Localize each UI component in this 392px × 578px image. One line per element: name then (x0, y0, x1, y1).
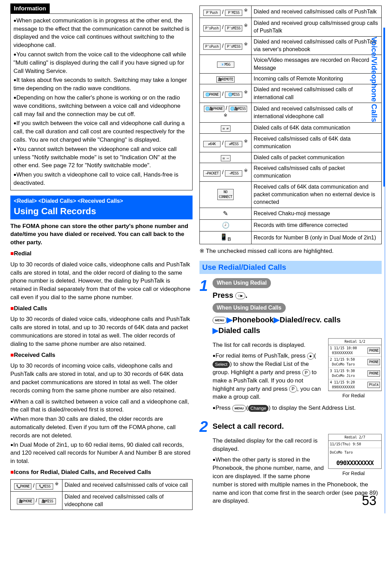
when-redial-pill: When Using Redial (213, 278, 271, 288)
subsection-header: Use Redial/Dialed Calls (199, 261, 382, 274)
noconnect-icon: NOCONNECT (217, 189, 234, 200)
info-item: You cannot switch from the voice call to… (13, 51, 186, 74)
step-number-icon: 2 (199, 419, 213, 508)
phone-miss-icon: 📞MISS (36, 483, 53, 490)
dialed-text: Up to 30 records of dialed voice calls, … (10, 315, 193, 348)
vphone-icon: 🎥PHONE (17, 498, 34, 504)
number-b-icon: 📱B (220, 234, 231, 240)
step2-title: Select a call record. (213, 421, 382, 432)
ptalk-key-icon: P (289, 386, 297, 392)
redial-detail-screenshot: Redial 2/7 11/15(Thu) 9:50 DoCoMo Taro 0… (328, 434, 382, 469)
redial-heading: Redial (14, 250, 31, 257)
chakumoji-icon: ✎ (223, 210, 228, 217)
icon-note: ※ The unchecked missed call icons are hi… (199, 247, 382, 255)
step-number-icon: 1 (199, 278, 213, 415)
icon-desc: Dialed and received calls/missed calls o… (62, 491, 193, 510)
icon-desc: Dialed calls of packet communication (252, 152, 382, 163)
remote-icon: 🎥REMOTE (216, 76, 235, 83)
icon-desc: Records for Number B (only in Dual Mode … (252, 231, 382, 244)
intl-vp-miss-icon: 🌐🎥MISS (229, 106, 247, 112)
center-key-icon: ● (307, 353, 314, 360)
icon-desc: Voice/Video messages are recorded on Rec… (252, 55, 382, 74)
icon-desc: Dialed and received calls/missed calls o… (252, 6, 382, 18)
icon-desc: Dialed and received group calls/missed g… (252, 18, 382, 36)
left-column: Information ●When packet communication i… (10, 3, 193, 510)
icon-desc: Dialed and received calls/missed calls o… (252, 84, 382, 103)
64k-out-icon: ✉ ⇄ (221, 125, 231, 132)
menu-key-icon: MENU (213, 317, 227, 324)
icon-desc: Received calls of 64K data communication… (252, 181, 382, 208)
timediff-icon: 🕗 (222, 222, 229, 229)
nav-dialed-calls: Dialed calls (218, 326, 260, 335)
press-label: Press (213, 291, 235, 300)
ptalk-key-icon: P (302, 369, 310, 376)
icon-desc: Dialed and received calls/missed calls o… (252, 36, 382, 55)
icon-desc: Dialed calls of 64K data communication (252, 123, 382, 133)
step-2: 2 Select a call record. Redial 2/7 11/15… (199, 419, 382, 508)
feature-intro: The FOMA phone can store the other party… (10, 222, 193, 247)
right-nav-key-icon: ○▸ (235, 292, 245, 299)
menu-key-icon: MENU (232, 405, 246, 412)
feature-header: <Redial> <Dialed Calls> <Received Calls>… (10, 196, 193, 219)
information-box: ●When packet communication is in progres… (10, 13, 193, 190)
feature-title: Using Call Records (14, 205, 189, 217)
ptalk-grp-icon: P'sPush (203, 25, 220, 31)
right-column: P'Push / P'MISS ※Dialed and received cal… (199, 3, 382, 510)
icon-desc: Dialed and received calls/missed calls o… (252, 103, 382, 123)
info-item: When you switch a videophone call to voi… (13, 171, 178, 186)
ptalk-icon: P'Push (203, 10, 220, 16)
received-heading: Received Calls (14, 352, 55, 358)
received-bullet: When a call is switched between a voice … (10, 398, 189, 413)
pushtalk-redial-bullet: For redial items of PushTalk, press (215, 352, 307, 359)
ptalk-srv-miss-icon: P'sMISS (225, 44, 242, 50)
packet-in-icon: ⇢PACKET (203, 170, 220, 177)
icon-table-right: P'Push / P'MISS ※Dialed and received cal… (199, 6, 382, 244)
when-dialed-pill: When Using Dialed Calls (213, 303, 286, 313)
info-item: If you switch between the voice call and… (13, 120, 185, 143)
info-item: When packet communication is in progress… (13, 17, 189, 48)
information-header: Information (10, 3, 50, 14)
feature-subtitle: <Redial> <Dialed Calls> <Received Calls> (14, 197, 189, 205)
dialed-heading: Dialed Calls (14, 305, 47, 312)
select-softkey-icon: Select (213, 361, 230, 368)
icon-desc: Records with time difference corrected (252, 220, 382, 231)
ptalk-miss-icon: P'MISS (225, 10, 242, 16)
nav-phonebook: Phonebook (233, 315, 274, 324)
redial-text: Up to 30 records of dialed voice calls, … (10, 260, 193, 302)
ptalk-srv-icon: P'sPush (203, 44, 220, 50)
section-side-tab: Voice/Videophone Calls (368, 35, 380, 124)
change-softkey-icon: Change (248, 405, 269, 412)
phone-in-icon: 📞PHONE (14, 483, 31, 490)
info-item: You cannot switch between the videophone… (13, 146, 177, 169)
64k-in-icon: ⇄64K (203, 141, 220, 147)
ptalk-grp-miss-icon: P'sMISS (225, 25, 242, 31)
64k-miss-icon: ⇄MISS (225, 141, 242, 147)
intl-icon: 🌐PHONE (203, 92, 220, 98)
icon-desc: Dialed and received calls/missed calls o… (62, 479, 193, 491)
icon-desc: Incoming calls of Remote Monitoring (252, 74, 382, 84)
press-change-bullet: Press (215, 405, 232, 411)
received-bullet: When more than 30 calls are dialed, the … (10, 416, 176, 439)
vphone-miss-icon: 🎥MISS (39, 498, 56, 504)
nav-dialed-recv: Dialed/recv. calls (280, 315, 341, 324)
redial-list-screenshot: Redial 1/2 1 11/15 10:00 03XXXXXXXXPHONE… (328, 338, 382, 391)
packet-miss-icon: ⇢MISS (225, 170, 242, 177)
received-bullet: In Dual Mode of 2in1, up to 60 redial it… (10, 442, 190, 465)
intl-miss-icon: 🌐MISS (225, 92, 242, 98)
icons-heading: Icons for Redial, Dialed Calls, and Rece… (14, 469, 151, 475)
page-number: 53 (362, 492, 376, 510)
intl-vp-icon: 🌐🎥PHONE (204, 106, 224, 112)
step-1: 1 When Using Redial Press ○▸. When Using… (199, 278, 382, 415)
info-item: Depending on how the caller's phone is w… (13, 94, 180, 117)
icon-desc: Received calls/missed calls of 64K data … (252, 133, 382, 152)
icon-table-left: 📞PHONE / 📞MISS ※ Dialed and received cal… (10, 479, 193, 510)
msg-icon: 📧MSG (217, 61, 234, 68)
side-guide-line (381, 28, 385, 513)
icon-desc: Received Chaku-moji message (252, 208, 382, 219)
packet-out-icon: ✉ ⇢ (221, 155, 231, 161)
received-text: Up to 30 records of incoming voice calls… (10, 362, 193, 395)
icon-desc: Received calls/missed calls of packet co… (252, 163, 382, 181)
info-item: It takes about five seconds to switch. S… (13, 77, 187, 92)
